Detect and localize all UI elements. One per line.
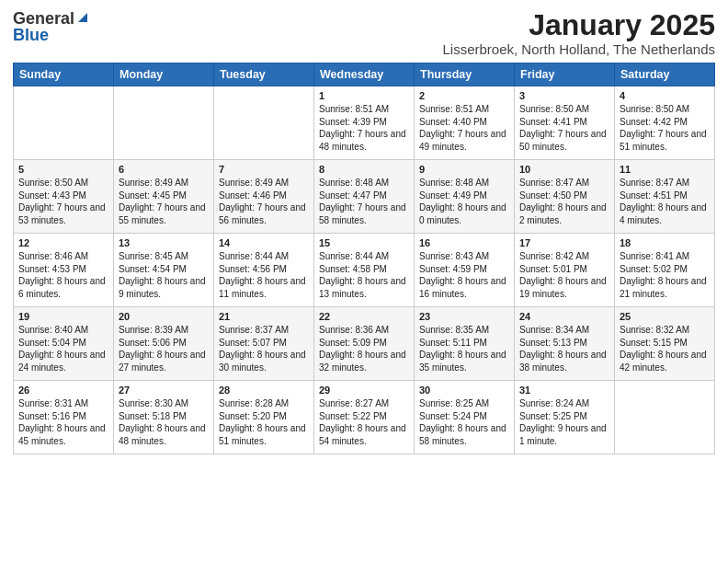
day-info: Sunrise: 8:51 AMSunset: 4:40 PMDaylight:… <box>419 103 509 153</box>
day-info: Sunrise: 8:45 AMSunset: 4:54 PMDaylight:… <box>119 250 209 300</box>
calendar-cell: 13Sunrise: 8:45 AMSunset: 4:54 PMDayligh… <box>114 234 214 307</box>
calendar-cell <box>214 86 314 160</box>
calendar-cell: 20Sunrise: 8:39 AMSunset: 5:06 PMDayligh… <box>114 307 214 381</box>
col-saturday: Saturday <box>615 63 715 86</box>
day-info: Sunrise: 8:27 AMSunset: 5:22 PMDaylight:… <box>319 397 409 447</box>
day-number: 5 <box>18 164 108 175</box>
day-number: 14 <box>219 237 309 248</box>
month-title: January 2025 <box>442 9 715 41</box>
day-number: 11 <box>620 164 710 175</box>
calendar-header-row: Sunday Monday Tuesday Wednesday Thursday… <box>14 63 715 86</box>
calendar-cell: 16Sunrise: 8:43 AMSunset: 4:59 PMDayligh… <box>415 234 515 307</box>
day-info: Sunrise: 8:48 AMSunset: 4:47 PMDaylight:… <box>319 177 409 226</box>
day-number: 7 <box>219 164 309 175</box>
day-number: 15 <box>319 237 409 248</box>
calendar-cell: 6Sunrise: 8:49 AMSunset: 4:45 PMDaylight… <box>114 160 214 234</box>
day-info: Sunrise: 8:44 AMSunset: 4:58 PMDaylight:… <box>319 250 409 300</box>
day-number: 6 <box>119 164 209 175</box>
day-number: 13 <box>119 237 209 248</box>
day-info: Sunrise: 8:43 AMSunset: 4:59 PMDaylight:… <box>419 250 509 300</box>
day-info: Sunrise: 8:50 AMSunset: 4:42 PMDaylight:… <box>620 103 710 153</box>
calendar-cell: 28Sunrise: 8:28 AMSunset: 5:20 PMDayligh… <box>214 381 314 454</box>
calendar-cell: 9Sunrise: 8:48 AMSunset: 4:49 PMDaylight… <box>415 160 515 234</box>
calendar-cell: 22Sunrise: 8:36 AMSunset: 5:09 PMDayligh… <box>314 307 415 381</box>
calendar-cell: 17Sunrise: 8:42 AMSunset: 5:01 PMDayligh… <box>515 234 615 307</box>
calendar-week-row: 1Sunrise: 8:51 AMSunset: 4:39 PMDaylight… <box>14 86 715 160</box>
day-info: Sunrise: 8:51 AMSunset: 4:39 PMDaylight:… <box>319 103 409 153</box>
day-info: Sunrise: 8:42 AMSunset: 5:01 PMDaylight:… <box>519 250 609 300</box>
calendar-cell: 18Sunrise: 8:41 AMSunset: 5:02 PMDayligh… <box>615 234 715 307</box>
logo: General Blue <box>13 9 89 45</box>
day-info: Sunrise: 8:46 AMSunset: 4:53 PMDaylight:… <box>18 250 108 300</box>
day-info: Sunrise: 8:39 AMSunset: 5:06 PMDaylight:… <box>119 324 209 373</box>
day-number: 2 <box>419 90 509 101</box>
col-monday: Monday <box>114 63 214 86</box>
calendar-week-row: 12Sunrise: 8:46 AMSunset: 4:53 PMDayligh… <box>14 234 715 307</box>
day-number: 23 <box>419 311 509 322</box>
calendar-cell <box>14 86 114 160</box>
day-info: Sunrise: 8:50 AMSunset: 4:41 PMDaylight:… <box>519 103 609 153</box>
col-thursday: Thursday <box>415 63 515 86</box>
day-number: 30 <box>419 385 509 396</box>
calendar-week-row: 5Sunrise: 8:50 AMSunset: 4:43 PMDaylight… <box>14 160 715 234</box>
day-info: Sunrise: 8:25 AMSunset: 5:24 PMDaylight:… <box>419 397 509 447</box>
logo-triangle-icon <box>76 11 89 24</box>
day-number: 20 <box>119 311 209 322</box>
calendar-cell: 4Sunrise: 8:50 AMSunset: 4:42 PMDaylight… <box>615 86 715 160</box>
calendar-cell: 7Sunrise: 8:49 AMSunset: 4:46 PMDaylight… <box>214 160 314 234</box>
calendar-cell <box>114 86 214 160</box>
day-info: Sunrise: 8:35 AMSunset: 5:11 PMDaylight:… <box>419 324 509 373</box>
day-info: Sunrise: 8:24 AMSunset: 5:25 PMDaylight:… <box>519 397 609 447</box>
calendar-cell: 12Sunrise: 8:46 AMSunset: 4:53 PMDayligh… <box>14 234 114 307</box>
day-info: Sunrise: 8:48 AMSunset: 4:49 PMDaylight:… <box>419 177 509 226</box>
header-right: January 2025 Lisserbroek, North Holland,… <box>442 9 715 57</box>
calendar-cell: 1Sunrise: 8:51 AMSunset: 4:39 PMDaylight… <box>314 86 415 160</box>
day-number: 28 <box>219 385 309 396</box>
calendar-cell: 25Sunrise: 8:32 AMSunset: 5:15 PMDayligh… <box>615 307 715 381</box>
day-info: Sunrise: 8:37 AMSunset: 5:07 PMDaylight:… <box>219 324 309 373</box>
calendar-table: Sunday Monday Tuesday Wednesday Thursday… <box>13 63 715 454</box>
calendar-cell: 26Sunrise: 8:31 AMSunset: 5:16 PMDayligh… <box>14 381 114 454</box>
day-number: 9 <box>419 164 509 175</box>
day-number: 22 <box>319 311 409 322</box>
day-number: 4 <box>620 90 710 101</box>
day-number: 8 <box>319 164 409 175</box>
day-number: 31 <box>519 385 609 396</box>
day-info: Sunrise: 8:30 AMSunset: 5:18 PMDaylight:… <box>119 397 209 447</box>
logo-blue-text: Blue <box>13 26 49 45</box>
day-info: Sunrise: 8:32 AMSunset: 5:15 PMDaylight:… <box>620 324 710 373</box>
col-sunday: Sunday <box>14 63 114 86</box>
calendar-cell: 5Sunrise: 8:50 AMSunset: 4:43 PMDaylight… <box>14 160 114 234</box>
day-number: 12 <box>18 237 108 248</box>
day-info: Sunrise: 8:34 AMSunset: 5:13 PMDaylight:… <box>519 324 609 373</box>
col-wednesday: Wednesday <box>314 63 415 86</box>
day-info: Sunrise: 8:49 AMSunset: 4:45 PMDaylight:… <box>119 177 209 226</box>
day-number: 19 <box>18 311 108 322</box>
day-number: 25 <box>620 311 710 322</box>
day-info: Sunrise: 8:47 AMSunset: 4:50 PMDaylight:… <box>519 177 609 226</box>
calendar-cell: 24Sunrise: 8:34 AMSunset: 5:13 PMDayligh… <box>515 307 615 381</box>
day-number: 17 <box>519 237 609 248</box>
calendar-cell: 27Sunrise: 8:30 AMSunset: 5:18 PMDayligh… <box>114 381 214 454</box>
calendar-cell: 21Sunrise: 8:37 AMSunset: 5:07 PMDayligh… <box>214 307 314 381</box>
calendar-cell: 2Sunrise: 8:51 AMSunset: 4:40 PMDaylight… <box>415 86 515 160</box>
page: General Blue January 2025 Lisserbroek, N… <box>0 0 728 563</box>
day-info: Sunrise: 8:31 AMSunset: 5:16 PMDaylight:… <box>18 397 108 447</box>
svg-marker-0 <box>78 13 87 22</box>
calendar-cell: 23Sunrise: 8:35 AMSunset: 5:11 PMDayligh… <box>415 307 515 381</box>
day-info: Sunrise: 8:49 AMSunset: 4:46 PMDaylight:… <box>219 177 309 226</box>
calendar-cell: 31Sunrise: 8:24 AMSunset: 5:25 PMDayligh… <box>515 381 615 454</box>
day-number: 18 <box>620 237 710 248</box>
day-info: Sunrise: 8:28 AMSunset: 5:20 PMDaylight:… <box>219 397 309 447</box>
col-tuesday: Tuesday <box>214 63 314 86</box>
day-number: 24 <box>519 311 609 322</box>
day-number: 21 <box>219 311 309 322</box>
day-number: 3 <box>519 90 609 101</box>
calendar-cell: 15Sunrise: 8:44 AMSunset: 4:58 PMDayligh… <box>314 234 415 307</box>
calendar-cell <box>615 381 715 454</box>
location-title: Lisserbroek, North Holland, The Netherla… <box>442 41 715 57</box>
header: General Blue January 2025 Lisserbroek, N… <box>13 9 715 57</box>
day-number: 16 <box>419 237 509 248</box>
calendar-cell: 19Sunrise: 8:40 AMSunset: 5:04 PMDayligh… <box>14 307 114 381</box>
day-number: 29 <box>319 385 409 396</box>
